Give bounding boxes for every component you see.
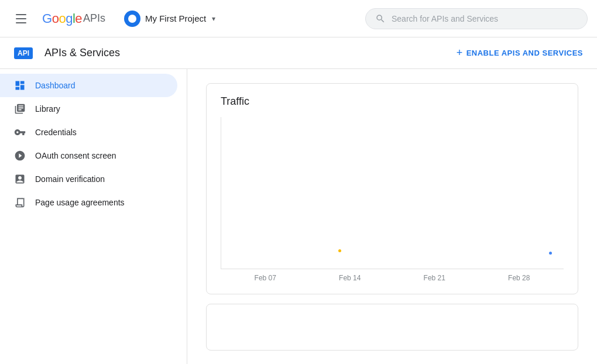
sidebar-item-domain[interactable]: Domain verification [0,167,177,191]
oauth-icon [14,150,26,162]
hamburger-icon [16,14,26,23]
top-header: Google APIs My First Project ▾ Search fo… [0,0,597,37]
main-layout: Dashboard Library Credentials [0,69,597,364]
project-selector[interactable]: My First Project ▾ [119,8,220,29]
traffic-section: Traffic Feb 07 Feb 14 Feb 21 Feb 28 [206,83,578,294]
enable-apis-button[interactable]: + ENABLE APIS AND SERVICES [457,47,583,59]
bottom-section [206,304,578,351]
chart-label-feb14: Feb 14 [339,274,361,282]
project-dot-icon [124,11,140,27]
chart-dot-orange [338,249,341,252]
chart-dot-blue [549,252,552,255]
sidebar-item-library[interactable]: Library [0,97,177,121]
search-bar[interactable]: Search for APIs and Services [365,8,588,29]
credentials-icon [14,126,26,138]
sidebar-item-page-usage-label: Page usage agreements [35,198,125,207]
sidebar-item-page-usage[interactable]: Page usage agreements [0,191,177,214]
search-placeholder: Search for APIs and Services [392,14,498,23]
domain-icon [14,173,26,185]
google-logo: Google APIs [42,11,105,26]
page-usage-icon [14,197,26,208]
chart-label-feb28: Feb 28 [508,274,530,282]
apis-services-title: APIs & Services [44,47,120,59]
project-name: My First Project [145,13,206,23]
hamburger-menu[interactable] [9,7,33,30]
chart-label-feb21: Feb 21 [424,274,445,282]
sidebar-item-dashboard[interactable]: Dashboard [0,74,177,97]
project-dropdown-icon: ▾ [212,15,215,23]
sidebar-item-oauth[interactable]: OAuth consent screen [0,144,177,167]
sidebar-item-library-label: Library [35,104,60,114]
sidebar-item-domain-label: Domain verification [35,174,105,184]
traffic-title: Traffic [221,95,564,108]
enable-apis-label: ENABLE APIS AND SERVICES [466,49,583,57]
chart-x-labels: Feb 07 Feb 14 Feb 21 Feb 28 [221,274,564,282]
dashboard-icon [14,80,26,91]
library-icon [14,103,26,115]
sidebar: Dashboard Library Credentials [0,69,187,364]
apis-text: APIs [83,12,105,25]
sidebar-item-dashboard-label: Dashboard [35,81,76,90]
content-area: Traffic Feb 07 Feb 14 Feb 21 Feb 28 [187,69,597,364]
api-badge: API [14,47,33,59]
secondary-header: API APIs & Services + ENABLE APIS AND SE… [0,37,597,69]
sidebar-item-credentials-label: Credentials [35,128,77,137]
sidebar-item-credentials[interactable]: Credentials [0,121,177,144]
chart-label-feb07: Feb 07 [255,274,276,282]
search-icon [375,13,386,24]
plus-icon: + [457,47,463,59]
traffic-chart [221,117,564,269]
sidebar-item-oauth-label: OAuth consent screen [35,151,116,160]
